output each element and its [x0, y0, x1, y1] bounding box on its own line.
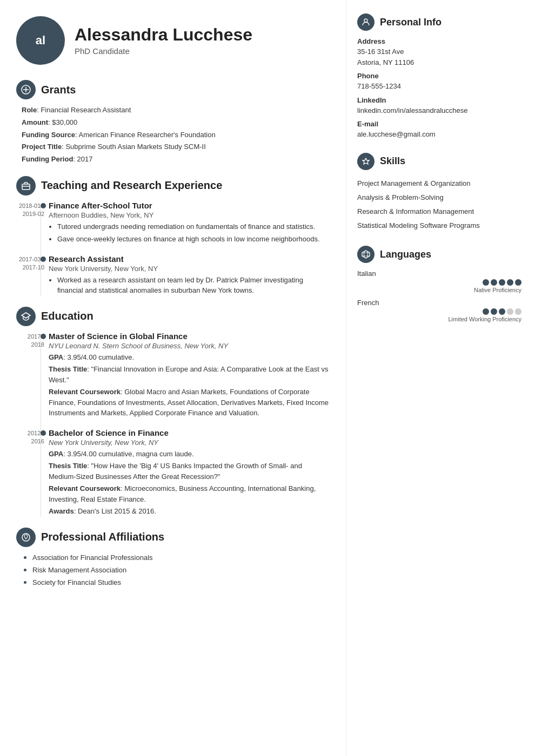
candidate-title: PhD Candidate	[75, 46, 252, 56]
affiliations-title: Professional Affiliations	[41, 531, 164, 543]
skills-title: Skills	[380, 156, 405, 167]
skills-header: Skills	[357, 153, 521, 170]
timeline-dot-2	[41, 256, 46, 262]
right-column: Personal Info Address 35-16 31st Ave Ast…	[346, 0, 535, 756]
exp-bullets-1: Tutored undergrads needing remediation o…	[49, 221, 330, 245]
edu-dot-1	[41, 334, 46, 339]
lang-dot-1-5	[515, 279, 521, 286]
personal-info-icon	[357, 14, 374, 31]
personal-info-section: Personal Info Address 35-16 31st Ave Ast…	[357, 14, 521, 140]
linkedin-value: linkedin.com/in/alessandralucchese	[357, 105, 521, 116]
experience-date-1: 2018-01 -2019-02	[16, 202, 44, 219]
education-title: Education	[41, 310, 93, 322]
grants-title: Grants	[41, 84, 76, 96]
personal-info-header: Personal Info	[357, 14, 521, 31]
languages-title: Languages	[380, 249, 431, 260]
experience-content-1: Finance After-School Tutor Afternoon Bud…	[49, 201, 330, 245]
affiliation-item-2: Risk Management Association	[32, 565, 330, 574]
exp-bullet-1-2: Gave once-weekly lectures on finance at …	[57, 234, 330, 245]
languages-icon	[357, 246, 374, 263]
lang-dot-2-5	[515, 308, 521, 315]
avatar: al	[16, 16, 65, 65]
edu-title-1: Master of Science in Global Finance	[49, 332, 330, 341]
education-item-2: 2012 -2016 Bachelor of Science in Financ…	[49, 428, 330, 517]
language-dots-2	[357, 308, 521, 315]
experience-icon	[16, 176, 36, 195]
grants-content: Role: Financial Research Assistant Amoun…	[16, 105, 330, 165]
affiliations-list: Association for Financial Professionals …	[16, 552, 330, 586]
edu-awards-2: Awards: Dean's List 2015 & 2016.	[49, 506, 330, 517]
grants-period: Funding Period: 2017	[22, 154, 330, 165]
grants-header: Grants	[16, 80, 330, 99]
language-item-1: Italian Native Proficiency	[357, 269, 521, 293]
affiliations-header: Professional Affiliations	[16, 528, 330, 547]
exp-org-1: Afternoon Buddies, New York, NY	[49, 211, 330, 219]
education-header: Education	[16, 307, 330, 326]
grants-role: Role: Financial Research Assistant	[22, 105, 330, 116]
phone-label: Phone	[357, 72, 521, 80]
lang-dot-2-3	[499, 308, 505, 315]
edu-coursework-2: Relevant Coursework: Microeconomics, Bus…	[49, 483, 330, 504]
exp-bullet-1-1: Tutored undergrads needing remediation o…	[57, 221, 330, 232]
edu-org-2: New York University, New York, NY	[49, 438, 330, 447]
skill-item-2: Analysis & Problem-Solving	[357, 191, 521, 205]
edu-coursework-1: Relevant Coursework: Global Macro and As…	[49, 387, 330, 418]
grants-source: Funding Source: American Finance Researc…	[22, 130, 330, 141]
experience-item-2: 2017-03 -2017-10 Research Assistant New …	[49, 254, 330, 296]
language-name-1: Italian	[357, 269, 521, 278]
personal-info-title: Personal Info	[380, 17, 442, 28]
education-items: 2017 -2018 Master of Science in Global F…	[16, 332, 330, 517]
experience-items: 2018-01 -2019-02 Finance After-School Tu…	[16, 201, 330, 296]
experience-timeline: 2018-01 -2019-02 Finance After-School Tu…	[16, 201, 330, 296]
experience-item-1: 2018-01 -2019-02 Finance After-School Tu…	[49, 201, 330, 245]
experience-content-2: Research Assistant New York University, …	[49, 254, 330, 296]
phone-value: 718-555-1234	[357, 81, 521, 92]
exp-bullet-2-1: Worked as a research assistant on team l…	[57, 275, 330, 296]
experience-date-2: 2017-03 -2017-10	[16, 255, 44, 272]
skill-item-3: Research & Information Management	[357, 205, 521, 219]
lang-dot-1-3	[499, 279, 505, 286]
lang-dot-1-1	[483, 279, 489, 286]
languages-header: Languages	[357, 246, 521, 263]
language-name-2: French	[357, 299, 521, 307]
language-dots-1	[357, 279, 521, 286]
experience-section: Teaching and Research Experience 2018-01…	[16, 176, 330, 296]
exp-title-1: Finance After-School Tutor	[49, 201, 330, 210]
edu-content-1: Master of Science in Global Finance NYU …	[49, 332, 330, 418]
language-item-2: French Limited Working Proficiency	[357, 299, 521, 322]
affiliations-section: Professional Affiliations Association fo…	[16, 528, 330, 586]
skills-section: Skills Project Management & Organization…	[357, 153, 521, 233]
svg-point-11	[364, 251, 368, 258]
lang-dot-2-1	[483, 308, 489, 315]
education-timeline: 2017 -2018 Master of Science in Global F…	[16, 332, 330, 517]
resume-header: al Alessandra Lucchese PhD Candidate	[16, 16, 330, 65]
edu-date-1: 2017 -2018	[16, 333, 44, 349]
experience-header: Teaching and Research Experience	[16, 176, 330, 195]
edu-title-2: Bachelor of Science in Finance	[49, 428, 330, 437]
email-label: E-mail	[357, 120, 521, 128]
affiliations-icon	[16, 528, 36, 547]
education-icon	[16, 307, 36, 326]
experience-title: Teaching and Research Experience	[41, 179, 222, 192]
address-label: Address	[357, 37, 521, 45]
linkedin-label: LinkedIn	[357, 96, 521, 104]
avatar-initials: al	[36, 33, 45, 48]
lang-dot-1-2	[491, 279, 497, 286]
education-section: Education 2017 -2018 Master of Science i…	[16, 307, 330, 517]
languages-section: Languages Italian Native Proficiency Fre…	[357, 246, 521, 322]
svg-rect-3	[22, 184, 30, 190]
address-line2: Astoria, NY 11106	[357, 57, 521, 68]
email-value: ale.lucchese@gmail.com	[357, 129, 521, 140]
edu-org-1: NYU Leonard N. Stern School of Business,…	[49, 342, 330, 350]
lang-dot-2-2	[491, 308, 497, 315]
affiliation-item-3: Society for Financial Studies	[32, 577, 330, 586]
education-item-1: 2017 -2018 Master of Science in Global F…	[49, 332, 330, 418]
edu-thesis-2: Thesis Title: "How Have the 'Big 4' US B…	[49, 461, 330, 482]
grants-section: Grants Role: Financial Research Assistan…	[16, 80, 330, 165]
skill-item-4: Statistical Modeling Software Programs	[357, 219, 521, 233]
svg-point-7	[364, 19, 367, 22]
exp-org-2: New York University, New York, NY	[49, 265, 330, 273]
candidate-name: Alessandra Lucchese	[75, 25, 252, 44]
edu-thesis-1: Thesis Title: "Financial Innovation in E…	[49, 364, 330, 385]
skill-item-1: Project Management & Organization	[357, 177, 521, 191]
